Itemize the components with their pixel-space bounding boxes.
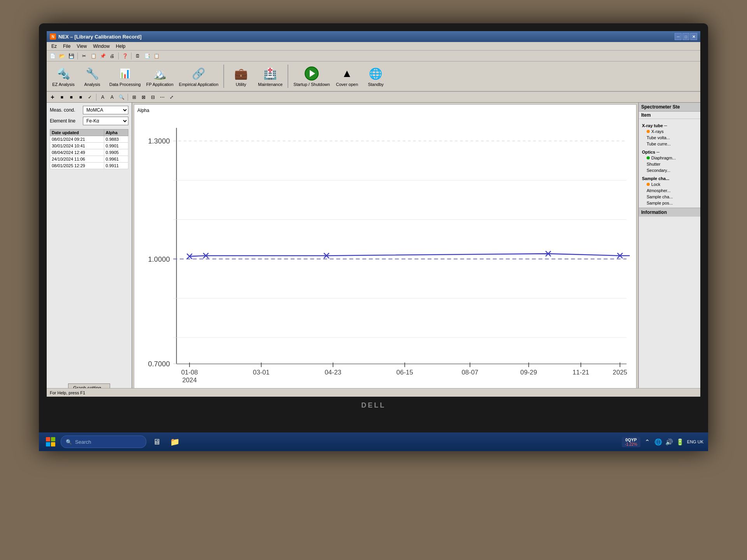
taskbar-search-box[interactable]: 🔍 Search <box>61 436 146 448</box>
maintenance-icon: 🏥 <box>263 66 278 81</box>
menu-window[interactable]: Window <box>90 43 113 50</box>
tree-item-diaphragm[interactable]: Diaphragm... <box>640 155 699 161</box>
audio-icon[interactable]: 🔊 <box>665 438 673 446</box>
copy-button[interactable]: 📋 <box>89 52 98 60</box>
win-quad-1 <box>46 437 50 441</box>
ez-analysis-icon: 🔩 <box>56 66 71 81</box>
taskbar-nex-app[interactable]: 🖥 <box>149 434 164 449</box>
data-processing-button[interactable]: 📊 Data Processing <box>107 63 143 89</box>
startup-shutdown-icon <box>304 66 319 81</box>
stock-change: -1.22% <box>625 442 637 446</box>
maximize-button[interactable]: □ <box>682 33 689 40</box>
svg-text:2024: 2024 <box>182 376 196 384</box>
spectrometer-header: Spectrometer Ste <box>639 103 700 112</box>
standby-button[interactable]: 🌐 Standby <box>362 63 389 89</box>
tree-group-sample: Sample cha... <box>640 175 699 181</box>
startup-shutdown-button[interactable]: Startup / Shutdown <box>291 63 332 89</box>
table-row[interactable]: 30/01/2024 10:410.9901 <box>50 143 128 149</box>
tree-item-atmosphere[interactable]: Atmospher... <box>640 187 699 194</box>
system-tray-up-arrow[interactable]: ⌃ <box>644 438 651 446</box>
cell-date: 08/01/2024 09:21 <box>50 136 104 143</box>
start-button[interactable] <box>44 435 58 449</box>
tb2-btn3[interactable]: ■ <box>76 93 85 102</box>
print-button[interactable]: 🖨 <box>108 52 116 60</box>
tb2-btn12[interactable]: ⤢ <box>167 93 176 102</box>
analysis-icon: 🔧 <box>84 66 100 81</box>
right-panel: Spectrometer Ste Item X-ray tube ─ X-ray… <box>638 103 700 396</box>
menu-help[interactable]: Help <box>113 43 129 50</box>
app-sep1 <box>223 65 224 88</box>
tree-group-xray: X-ray tube ─ <box>640 122 699 128</box>
tree-item-sample-cha[interactable]: Sample cha... <box>640 194 699 200</box>
element-line-label: Element line <box>50 118 83 124</box>
tb2-btn4[interactable]: ✓ <box>86 93 94 102</box>
xrays-dot <box>647 130 650 133</box>
tree-item-secondary[interactable]: Secondary... <box>640 167 699 173</box>
tb-btn2[interactable]: 📑 <box>143 52 151 60</box>
ez-analysis-button[interactable]: 🔩 EZ Analysis <box>50 63 77 89</box>
fp-application-button[interactable]: 🏔️ FP Application <box>144 63 175 89</box>
stock-ticker[interactable]: 0QYP -1.22% <box>622 437 640 447</box>
taskbar-files-app[interactable]: 📁 <box>167 434 182 449</box>
utility-icon: 💼 <box>233 66 249 81</box>
windows-logo <box>46 437 55 446</box>
maintenance-button[interactable]: 🏥 Maintenance <box>256 63 284 89</box>
network-icon[interactable]: 🌐 <box>654 438 662 446</box>
tb2-btn1[interactable]: ■ <box>58 93 66 102</box>
cut-button[interactable]: ✂ <box>80 52 88 60</box>
tb2-btn5[interactable]: A <box>98 93 107 102</box>
cell-alpha: 0.9905 <box>104 149 128 156</box>
table-row[interactable]: 08/04/2024 12:490.9905 <box>50 149 128 156</box>
taskbar: 🔍 Search 🖥 📁 0QYP -1.22% ⌃ 🌐 🔊 🔋 ENG UK <box>39 432 708 451</box>
utility-button[interactable]: 💼 Utility <box>227 63 254 89</box>
tree-item-tube-voltage[interactable]: Tube volta... <box>640 135 699 141</box>
svg-text:11-21: 11-21 <box>572 369 589 376</box>
tree-item-lock[interactable]: Lock <box>640 181 699 187</box>
item-label: Item <box>639 112 700 119</box>
menu-bar: Ez File View Window Help <box>47 42 700 51</box>
battery-icon[interactable]: 🔋 <box>676 438 684 446</box>
svg-text:06-15: 06-15 <box>396 369 413 376</box>
tree-item-shutter[interactable]: Shutter <box>640 161 699 167</box>
minimize-button[interactable]: ─ <box>675 33 682 40</box>
save-button[interactable]: 💾 <box>67 52 75 60</box>
menu-ez[interactable]: Ez <box>48 43 60 50</box>
cover-open-button[interactable]: ▲ Cover open <box>333 63 361 89</box>
analysis-label: Analysis <box>84 82 100 87</box>
help-button[interactable]: ❓ <box>121 52 129 60</box>
add-button[interactable]: + <box>48 93 57 102</box>
new-button[interactable]: 📄 <box>48 52 57 60</box>
tree-item-xrays[interactable]: X-rays <box>640 128 699 135</box>
close-button[interactable]: ✕ <box>690 33 697 40</box>
utility-label: Utility <box>236 82 246 87</box>
tb2-btn10[interactable]: ⊟ <box>149 93 157 102</box>
table-row[interactable]: 08/01/2024 09:210.9883 <box>50 136 128 143</box>
main-content: Meas. cond. MoMCA Element line Fe-Kα Dat… <box>47 103 700 396</box>
title-bar: N NEX – [Library Calibration Record] ─ □… <box>47 31 700 42</box>
element-line-select[interactable]: Fe-Kα <box>83 117 128 125</box>
menu-view[interactable]: View <box>74 43 90 50</box>
tree-item-sample-pos[interactable]: Sample pos... <box>640 200 699 206</box>
tb-btn1[interactable]: 🗓 <box>133 52 142 60</box>
meas-cond-select[interactable]: MoMCA <box>83 106 128 114</box>
tb2-btn11[interactable]: ⋯ <box>158 93 167 102</box>
menu-file[interactable]: File <box>60 43 74 50</box>
tb2-btn8[interactable]: ⊞ <box>130 93 139 102</box>
svg-text:1.0000: 1.0000 <box>148 255 170 263</box>
svg-text:04-23: 04-23 <box>324 369 341 376</box>
left-panel: Meas. cond. MoMCA Element line Fe-Kα Dat… <box>47 103 132 396</box>
stock-name: 0QYP <box>625 438 637 442</box>
tb2-btn7[interactable]: 🔍 <box>117 93 126 102</box>
tb2-sep2 <box>128 94 128 101</box>
open-button[interactable]: 📂 <box>58 52 66 60</box>
tb2-btn9[interactable]: ⊠ <box>139 93 148 102</box>
tree-item-tube-current[interactable]: Tube curre... <box>640 141 699 147</box>
table-row[interactable]: 08/01/2025 12:290.9911 <box>50 163 128 169</box>
tb2-btn6[interactable]: A <box>108 93 116 102</box>
table-row[interactable]: 24/10/2024 11:060.9961 <box>50 156 128 163</box>
tb-btn3[interactable]: 📋 <box>152 52 161 60</box>
analysis-button[interactable]: 🔧 Analysis <box>79 63 106 89</box>
paste-button[interactable]: 📌 <box>98 52 107 60</box>
tb2-btn2[interactable]: ■ <box>67 93 75 102</box>
empirical-application-button[interactable]: 🔗 Empirical Application <box>177 63 221 89</box>
